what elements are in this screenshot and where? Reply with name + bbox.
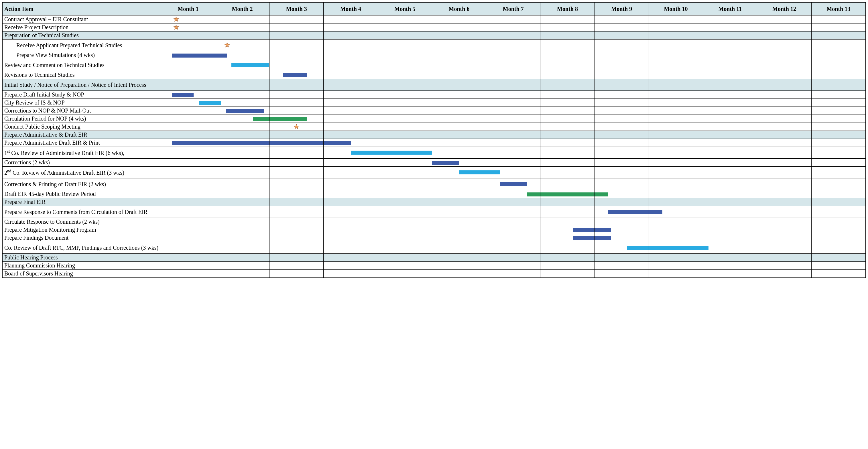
cell-m8 [540,234,594,242]
gantt-bar [608,210,649,214]
cell-m8 [540,131,594,139]
cell-m11 [703,71,757,79]
task-row: Prepare Response to Comments from Circul… [3,206,866,218]
cell-m7 [486,262,540,270]
cell-m11 [703,99,757,107]
cell-m10 [649,24,703,32]
gantt-bar [226,109,264,113]
cell-m7 [486,254,540,262]
row-label: Receive Project Description [3,24,161,32]
cell-m11 [703,159,757,167]
cell-m4 [323,206,378,218]
cell-m13 [811,71,865,79]
cell-m7 [486,115,540,123]
cell-m10 [649,147,703,159]
cell-m10 [649,39,703,51]
gantt-bar [649,246,703,250]
cell-m12 [757,99,811,107]
cell-m6 [432,99,486,107]
task-row: Prepare Administrative Draft EIR & Print [3,139,866,147]
cell-m9 [594,51,649,59]
cell-m9 [594,206,649,218]
cell-m10 [649,32,703,39]
cell-m1 [161,242,215,254]
cell-m4 [323,71,378,79]
cell-m4 [323,123,378,131]
cell-m9 [594,79,649,91]
cell-m1 [161,218,215,226]
cell-m2 [215,190,269,198]
cell-m4 [323,139,378,147]
gantt-bar [432,161,459,165]
cell-m7 [486,139,540,147]
cell-m3 [270,99,323,107]
cell-m5 [378,179,432,190]
cell-m11 [703,39,757,51]
cell-m12 [757,190,811,198]
cell-m2 [215,218,269,226]
cell-m5 [378,91,432,99]
cell-m12 [757,79,811,91]
cell-m3 [270,198,323,206]
header-month-5: Month 5 [378,3,432,15]
gantt-chart: Action ItemMonth 1Month 2Month 3Month 4M… [2,2,866,278]
cell-m8 [540,115,594,123]
cell-m11 [703,147,757,159]
milestone-star-icon [173,17,179,22]
cell-m9 [594,218,649,226]
cell-m13 [811,115,865,123]
cell-m10 [649,59,703,71]
gantt-bar [378,151,432,155]
cell-m10 [649,91,703,99]
cell-m2 [215,24,269,32]
cell-m3 [270,107,323,115]
gantt-bar [649,210,662,214]
task-row: Prepare View Simulations (4 wks) [3,51,866,59]
cell-m4 [323,262,378,270]
cell-m4 [323,234,378,242]
cell-m6 [432,226,486,234]
gantt-bar [573,228,594,232]
cell-m3 [270,167,323,179]
svg-marker-0 [174,17,179,21]
row-label: Revisions to Technical Studies [3,71,161,79]
cell-m3 [270,179,323,190]
section-row: Initial Study / Notice of Preparation / … [3,79,866,91]
task-row: Prepare Findings Document [3,234,866,242]
cell-m12 [757,32,811,39]
cell-m10 [649,99,703,107]
cell-m10 [649,71,703,79]
row-label: 2nd Co. Review of Administrative Draft E… [3,167,161,179]
gantt-bar [540,192,594,196]
cell-m6 [432,206,486,218]
cell-m10 [649,270,703,278]
cell-m10 [649,198,703,206]
cell-m12 [757,24,811,32]
cell-m4 [323,91,378,99]
cell-m2 [215,79,269,91]
cell-m11 [703,262,757,270]
cell-m10 [649,123,703,131]
row-label: Corrections to NOP & NOP Mail-Out [3,107,161,115]
cell-m5 [378,190,432,198]
cell-m6 [432,262,486,270]
gantt-bar [172,141,215,145]
cell-m2 [215,71,269,79]
cell-m9 [594,39,649,51]
cell-m1 [161,99,215,107]
cell-m13 [811,139,865,147]
cell-m9 [594,190,649,198]
row-label: Prepare Response to Comments from Circul… [3,206,161,218]
cell-m8 [540,218,594,226]
cell-m11 [703,270,757,278]
cell-m13 [811,24,865,32]
section-row: Preparation of Technical Studies [3,32,866,39]
cell-m10 [649,179,703,190]
cell-m6 [432,39,486,51]
cell-m8 [540,270,594,278]
cell-m7 [486,39,540,51]
task-row: Conduct Public Scoping Meeting [3,123,866,131]
cell-m7 [486,270,540,278]
row-label: Prepare Mitigation Monitoring Program [3,226,161,234]
cell-m5 [378,270,432,278]
